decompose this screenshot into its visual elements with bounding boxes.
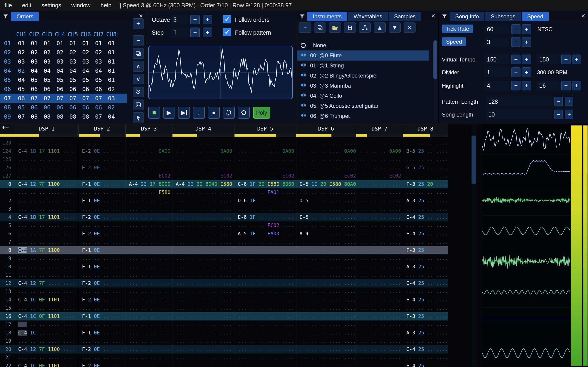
pattern-cell[interactable]: ... .. .. .... ....	[296, 296, 356, 304]
pattern-cell[interactable]: ... .. .. .... ....	[15, 188, 79, 197]
pattern-row[interactable]: 4C-4 1B 17 1101 ....F-2 0E .. ....... ..…	[0, 213, 448, 221]
menu-item-settings[interactable]: settings	[41, 2, 61, 9]
order-cell[interactable]: 03	[92, 58, 105, 65]
pattern-cell[interactable]: ... .. .. ....	[356, 188, 403, 197]
pattern-cell[interactable]: ... .. .. .... ....	[173, 287, 234, 296]
pattern-cell[interactable]: F-2 0E .. ....	[79, 296, 126, 304]
order-cell[interactable]: 06	[53, 86, 66, 92]
highlight-first-decrease-button[interactable]: −	[511, 81, 520, 90]
menu-item-file[interactable]: file	[5, 2, 12, 9]
tick-rate-input[interactable]: 60	[484, 24, 509, 34]
pattern-cell[interactable]: C-4 1C 0F 1101 ....	[15, 296, 79, 304]
pattern-cell[interactable]: ... .. .. ....	[126, 287, 173, 296]
duplicate-order-end-button[interactable]	[133, 87, 144, 97]
order-cell[interactable]: 05	[28, 77, 41, 83]
pattern-cell[interactable]: B-5 25 .. ....	[403, 147, 448, 155]
virtual-tempo-num-input[interactable]: 150	[484, 55, 509, 64]
pattern-cell[interactable]: ... .. .. .... ....	[173, 197, 234, 205]
order-cell[interactable]: 08	[41, 113, 53, 120]
order-row[interactable]: 080506060606060602	[0, 103, 127, 112]
pattern-cell[interactable]: ... .. .. ....	[126, 329, 173, 337]
order-row[interactable]: 020202020202020201	[0, 48, 127, 57]
panel-options-icon[interactable]	[298, 12, 306, 21]
pattern-row[interactable]: 6... .. .. .... ....F-2 0E .. ....... ..…	[0, 230, 448, 238]
pattern-cell[interactable]: ... .. .. .... ....	[234, 353, 296, 362]
pattern-cell[interactable]: ... .. .. ....	[356, 246, 403, 254]
order-row-index[interactable]: 01	[0, 40, 15, 47]
pattern-row[interactable]: 127... .. .. .... ....... .. .. ....... …	[0, 172, 448, 180]
pattern-cell[interactable]: ... .. .. .... ....	[234, 205, 296, 213]
edit-record-button[interactable]: ●	[208, 107, 220, 119]
instrument-list-item[interactable]: 02: @2 Blingy/Glockenspiel	[297, 71, 429, 81]
song-length-decrease-button[interactable]: −	[554, 110, 563, 119]
pattern-cell[interactable]: ... .. .. .... ....	[173, 188, 234, 197]
order-cell[interactable]: 01	[66, 40, 79, 47]
pattern-cell[interactable]: ... .. .. ....	[356, 287, 403, 296]
virtual-tempo-den-increase-button[interactable]: +	[572, 55, 581, 64]
tick-rate-button[interactable]: Tick Rate	[442, 25, 473, 33]
pattern-row[interactable]: 22C-4 1C 0F 1101 ....F-2 0E .. ....... .…	[0, 362, 448, 367]
pattern-cell[interactable]: ... .. .. ....	[356, 254, 403, 263]
order-row[interactable]: 090708080808080704	[0, 112, 127, 121]
menu-item-edit[interactable]: edit	[22, 2, 31, 9]
pattern-cell[interactable]: ... .. .. .... ....	[173, 345, 234, 353]
pattern-cell[interactable]: A-3 25 .. ....	[403, 329, 448, 337]
pattern-cell[interactable]: ... .. .. .... ....	[234, 337, 296, 345]
tick-rate-decrease-button[interactable]: −	[511, 24, 520, 34]
pattern-cell[interactable]: ... .. .. ....	[126, 197, 173, 205]
pattern-cell[interactable]: ... .. .. .... ....	[173, 221, 234, 230]
order-cell[interactable]: 01	[105, 58, 118, 65]
pattern-cell[interactable]: F-3 25 20 ....	[403, 180, 448, 188]
pattern-cell[interactable]: ... .. .. ....	[356, 271, 403, 279]
order-cell[interactable]: 03	[28, 58, 41, 65]
pattern-cell[interactable]: ... .. .. .... ....	[15, 197, 79, 205]
octave-decrease-button[interactable]: −	[190, 15, 199, 24]
pattern-cell[interactable]: ... .. .. ....	[126, 254, 173, 263]
pattern-cell[interactable]: A-4 .. .. .... ....	[296, 230, 356, 238]
channel-header-6[interactable]: DSP 6	[296, 124, 356, 137]
pattern-cell[interactable]: ... .. .. .... ....	[234, 246, 296, 254]
order-row[interactable]: 070607070707070703	[0, 94, 127, 103]
pattern-cell[interactable]: ... .. .. ....	[79, 172, 126, 180]
pattern-cell[interactable]: ... .. .. ....	[403, 221, 448, 230]
pattern-cell[interactable]: ... .. .. ....	[403, 188, 448, 197]
order-cell[interactable]: 05	[92, 77, 105, 83]
pattern-cell[interactable]: ... .. .. .... ....	[296, 337, 356, 345]
pattern-cell[interactable]: F-3 25 .. ....	[403, 312, 448, 320]
order-cell[interactable]: 07	[92, 95, 105, 102]
order-cell[interactable]: 06	[15, 95, 28, 102]
order-cell[interactable]: 04	[92, 67, 105, 74]
pattern-cell[interactable]: ... .. .. .... ....	[15, 221, 79, 230]
order-cell[interactable]: 07	[15, 113, 28, 120]
pattern-cell[interactable]: ... .. .. .... ....	[173, 246, 234, 254]
step-decrease-button[interactable]: −	[190, 27, 199, 37]
pattern-row[interactable]: 9... .. .. .... ....... .. .. ....... ..…	[0, 254, 448, 263]
pattern-cell[interactable]: C-4 1B 17 1101 ....	[15, 213, 79, 221]
order-cell[interactable]: 01	[41, 40, 53, 47]
pattern-cell[interactable]: ... .. .. .... ....	[296, 246, 356, 254]
pattern-cell[interactable]: ... .. .. .... ....	[234, 164, 296, 172]
highlight-second-decrease-button[interactable]: −	[561, 81, 571, 90]
pattern-cell[interactable]: C-4 1C 0F 1101 ....	[15, 312, 79, 320]
pattern-cell[interactable]: ... .. .. .... ....	[296, 362, 356, 367]
pattern-cell[interactable]: ... .. .. EC02 ....	[234, 221, 296, 230]
song-length-input[interactable]: 10	[485, 110, 552, 119]
pattern-cell[interactable]: ... .. .. .... ....	[296, 287, 356, 296]
order-cell[interactable]: 07	[53, 95, 66, 102]
follow-orders-checkbox[interactable]: ✓	[223, 15, 231, 23]
pattern-cell[interactable]: ... .. .. .... ....	[234, 320, 296, 329]
pattern-cell[interactable]: ... .. .. ....	[356, 362, 403, 367]
pattern-cell[interactable]: ... .. .. .... ....	[15, 254, 79, 263]
pattern-cell[interactable]: ... .. .. ....	[403, 353, 448, 362]
order-cell[interactable]: 04	[41, 67, 53, 74]
pattern-cell[interactable]: F-1 0E .. ....	[79, 329, 126, 337]
pattern-cell[interactable]: ... .. .. .... ....	[15, 238, 79, 246]
pattern-row[interactable]: 17... .. .. .... ....... .. .. ....... .…	[0, 320, 448, 329]
pattern-row[interactable]: 126... .. .. .... ....E-2 0E .. ....... …	[0, 164, 448, 172]
order-cell[interactable]: 07	[79, 95, 92, 102]
pattern-cell[interactable]: ... .. .. 0A00	[356, 147, 403, 155]
speed-increase-button[interactable]: +	[522, 37, 531, 47]
pattern-cell[interactable]: ... .. .. EC02	[126, 172, 173, 180]
pattern-cell[interactable]: ... .. .. .... ....	[234, 304, 296, 312]
channel-header-5[interactable]: DSP 5	[234, 124, 296, 137]
